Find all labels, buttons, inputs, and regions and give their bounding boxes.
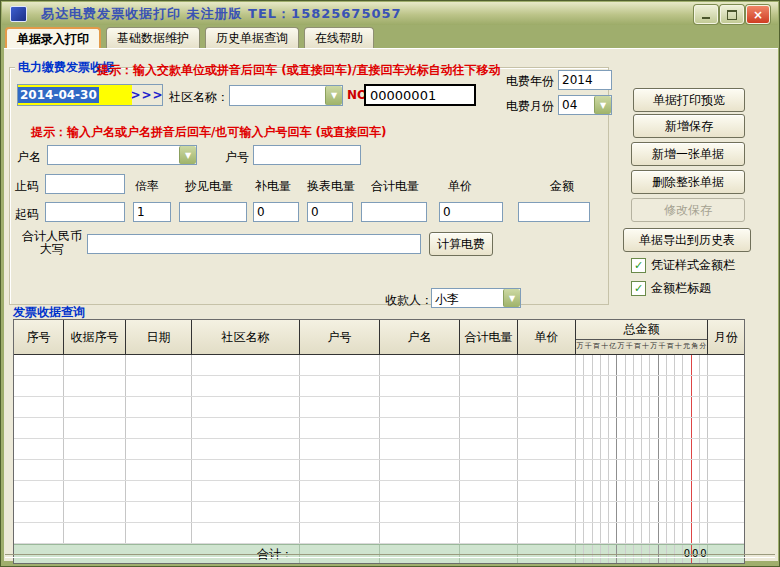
read-header: 抄见电量 — [185, 178, 233, 195]
digit-header: 元 — [682, 340, 690, 353]
delete-receipt-button[interactable]: 删除整张单据 — [631, 170, 745, 194]
tab-base-data[interactable]: 基础数据维护 — [106, 27, 200, 48]
amount-input[interactable] — [518, 202, 590, 222]
checkbox-icon[interactable]: ✓ — [631, 258, 646, 273]
table-row[interactable] — [14, 523, 744, 544]
rate-header: 倍率 — [135, 178, 159, 195]
account-name-value — [48, 146, 179, 164]
account-no-input[interactable] — [253, 145, 361, 165]
year-label: 电费年份 — [506, 73, 554, 90]
digit-header: 万 — [650, 340, 658, 353]
print-preview-button[interactable]: 单据打印预览 — [633, 88, 745, 112]
rmb-words-label-line1: 合计人民币 — [22, 229, 82, 243]
table-row[interactable] — [14, 397, 744, 418]
start-code-label: 起码 — [15, 206, 39, 223]
col-header-total-amount: 总金额 万千百十亿万千百十万千百十元角分 — [576, 320, 708, 354]
price-header: 单价 — [448, 178, 472, 195]
year-input[interactable] — [558, 70, 612, 90]
close-button[interactable]: × — [746, 5, 770, 24]
digit-header: 万 — [617, 340, 625, 353]
makeup-input[interactable] — [253, 202, 299, 222]
window-title: 易达电费发票收据打印 未注册版 TEL：15825675057 — [41, 5, 402, 23]
payee-value: 小李 — [432, 289, 503, 307]
tab-online-help[interactable]: 在线帮助 — [304, 27, 374, 48]
col-header-account-no: 户号 — [300, 320, 380, 354]
bottom-divider — [5, 554, 775, 558]
chevron-down-icon[interactable]: ▼ — [503, 289, 520, 307]
rate-input[interactable] — [133, 202, 171, 222]
col-header-community: 社区名称 — [192, 320, 300, 354]
amount-header: 金额 — [550, 178, 574, 195]
table-row[interactable] — [14, 481, 744, 502]
table-row[interactable] — [14, 355, 744, 376]
voucher-style-checkbox-label: 凭证样式金额栏 — [651, 257, 735, 274]
chevron-down-icon[interactable]: ▼ — [594, 96, 611, 114]
swap-input[interactable] — [307, 202, 353, 222]
chevron-down-icon[interactable]: ▼ — [325, 86, 342, 105]
amount-title-checkbox-row[interactable]: ✓ 金额栏标题 — [631, 280, 711, 297]
app-icon — [10, 6, 27, 22]
calc-fee-button[interactable]: 计算电费 — [429, 232, 493, 256]
community-label: 社区名称： — [169, 89, 229, 106]
stop-code-input[interactable] — [45, 174, 125, 194]
add-save-button[interactable]: 新增保存 — [633, 114, 745, 138]
modify-save-button[interactable]: 修改保存 — [631, 198, 745, 222]
digit-header: 千 — [658, 340, 666, 353]
amount-title-checkbox-label: 金额栏标题 — [651, 280, 711, 297]
rmb-words-input[interactable] — [87, 234, 421, 254]
table-row[interactable] — [14, 502, 744, 523]
table-row[interactable] — [14, 460, 744, 481]
receipt-no-input[interactable] — [364, 84, 476, 106]
tab-bar: 单据录入打印 基础数据维护 历史单据查询 在线帮助 — [5, 27, 374, 48]
digit-header: 千 — [584, 340, 592, 353]
payee-label: 收款人： — [385, 292, 433, 309]
stop-code-label: 止码 — [15, 178, 39, 195]
close-icon: × — [753, 9, 763, 21]
month-combo[interactable]: 04 ▼ — [558, 95, 612, 115]
digit-header: 万 — [576, 340, 584, 353]
table-row[interactable] — [14, 376, 744, 397]
payee-combo[interactable]: 小李 ▼ — [431, 288, 521, 308]
checkbox-icon[interactable]: ✓ — [631, 281, 646, 296]
swap-header: 换表电量 — [307, 178, 355, 195]
receipt-table: 序号 收据序号 日期 社区名称 户号 户名 合计电量 单价 总金额 万千百十亿万… — [13, 319, 745, 564]
amount-digit-headers: 万千百十亿万千百十万千百十元角分 — [576, 339, 707, 353]
digit-header: 百 — [666, 340, 674, 353]
tab-entry-print[interactable]: 单据录入打印 — [5, 27, 101, 49]
table-row[interactable] — [14, 439, 744, 460]
new-receipt-button[interactable]: 新增一张单据 — [631, 142, 745, 166]
date-field[interactable]: 2014-04-30 >>> — [17, 84, 163, 106]
tab-history-query[interactable]: 历史单据查询 — [205, 27, 299, 48]
export-history-button[interactable]: 单据导出到历史表 — [623, 228, 751, 252]
table-row[interactable] — [14, 418, 744, 439]
read-input[interactable] — [179, 202, 247, 222]
digit-header: 千 — [625, 340, 633, 353]
community-combo[interactable]: ▼ — [229, 85, 343, 106]
digit-header: 百 — [592, 340, 600, 353]
start-code-input[interactable] — [45, 202, 125, 222]
account-name-label: 户名 — [17, 149, 41, 166]
date-expand-button[interactable]: >>> — [132, 85, 162, 105]
account-name-combo[interactable]: ▼ — [47, 145, 197, 165]
voucher-style-checkbox-row[interactable]: ✓ 凭证样式金额栏 — [631, 257, 735, 274]
rmb-words-label-line2: 大写 — [40, 242, 64, 256]
date-value: 2014-04-30 — [18, 87, 99, 103]
digit-header: 分 — [699, 340, 707, 353]
chevron-down-icon[interactable]: ▼ — [179, 146, 196, 164]
digit-header: 百 — [633, 340, 641, 353]
col-header-receipt-no: 收据序号 — [64, 320, 126, 354]
community-value — [230, 86, 325, 105]
rmb-words-label: 合计人民币 大写 — [19, 230, 85, 256]
price-input[interactable] — [439, 202, 503, 222]
table-body — [14, 355, 744, 544]
digit-header: 十 — [674, 340, 682, 353]
title-bar: 易达电费发票收据打印 未注册版 TEL：15825675057 × — [2, 2, 778, 25]
col-header-unit-price: 单价 — [518, 320, 576, 354]
account-no-label: 户号 — [225, 149, 249, 166]
maximize-button[interactable] — [720, 5, 744, 24]
minimize-button[interactable] — [694, 5, 718, 24]
col-header-date: 日期 — [126, 320, 192, 354]
col-header-seq: 序号 — [14, 320, 64, 354]
total-amount-label: 总金额 — [624, 320, 660, 339]
sum-input[interactable] — [361, 202, 427, 222]
